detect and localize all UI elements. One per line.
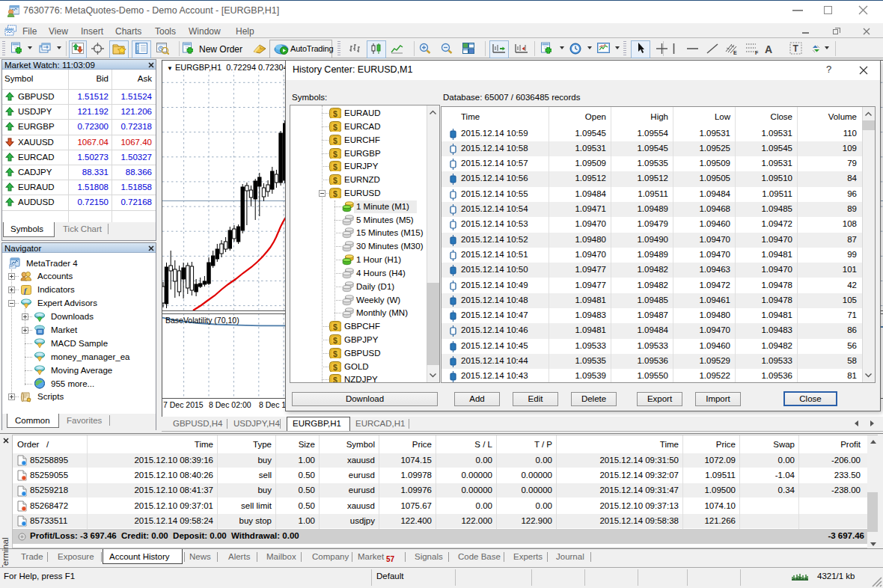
- svg-text:E: E: [733, 50, 737, 55]
- svg-text:T: T: [793, 43, 799, 54]
- svg-text:$: $: [333, 176, 337, 185]
- svg-text:$: $: [333, 189, 337, 197]
- svg-text:7 Dec 2015: 7 Dec 2015: [163, 400, 204, 409]
- svg-text:$: $: [333, 122, 337, 131]
- svg-text:$: $: [333, 376, 337, 383]
- svg-text:$: $: [333, 362, 337, 371]
- svg-text:F: F: [755, 50, 759, 55]
- svg-text:$: $: [333, 109, 337, 118]
- svg-text:$: $: [333, 322, 337, 331]
- svg-text:$: $: [333, 349, 337, 358]
- svg-text:$: $: [333, 335, 337, 344]
- svg-text:BaseVolatility (70,10): BaseVolatility (70,10): [165, 316, 239, 325]
- svg-text:$: $: [333, 135, 337, 144]
- svg-text:$: $: [333, 162, 337, 171]
- svg-text:$: $: [333, 149, 337, 158]
- svg-text:8 Dec 02:00: 8 Dec 02:00: [209, 400, 251, 409]
